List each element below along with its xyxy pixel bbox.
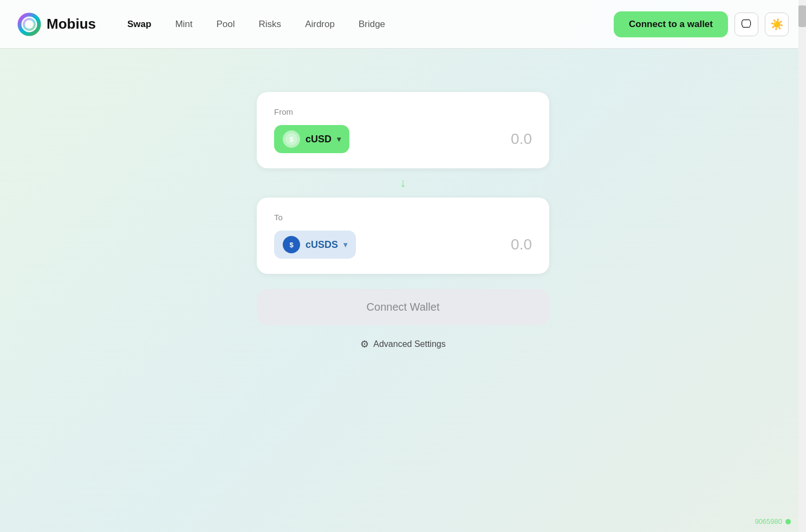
status-dot <box>785 519 791 524</box>
to-token-label: cUSDS <box>306 239 338 251</box>
header: Mobius Swap Mint Pool Risks Airdrop Brid… <box>0 0 806 49</box>
to-token-selector[interactable]: $ cUSDS ▾ <box>274 231 356 259</box>
nav-item-risks[interactable]: Risks <box>249 15 291 34</box>
screen-icon-button[interactable]: 🖵 <box>734 12 758 36</box>
svg-point-1 <box>24 19 35 30</box>
logo-area: Mobius <box>17 12 96 36</box>
cusdc-icon: $ <box>283 236 300 253</box>
to-chevron-icon: ▾ <box>343 240 347 249</box>
from-card: From $ cUSD ▾ 0.0 <box>257 92 549 168</box>
to-card: To $ cUSDS ▾ 0.0 <box>257 198 549 274</box>
advanced-settings[interactable]: ⚙ Advanced Settings <box>257 338 549 350</box>
logo-text: Mobius <box>47 16 96 32</box>
arrow-down-icon: ↓ <box>400 176 406 190</box>
to-amount: 0.0 <box>511 236 532 253</box>
nav-item-pool[interactable]: Pool <box>207 15 245 34</box>
main-nav: Swap Mint Pool Risks Airdrop Bridge <box>118 15 395 34</box>
nav-item-airdrop[interactable]: Airdrop <box>295 15 344 34</box>
nav-item-bridge[interactable]: Bridge <box>349 15 395 34</box>
nav-item-swap[interactable]: Swap <box>118 15 161 34</box>
sun-icon: ☀️ <box>770 18 784 31</box>
scrollbar-track <box>798 0 806 532</box>
scrollbar-thumb[interactable] <box>798 5 806 27</box>
connect-wallet-main-button[interactable]: Connect Wallet <box>257 289 549 325</box>
cusd-icon: $ <box>283 130 300 148</box>
advanced-settings-label: Advanced Settings <box>373 339 445 349</box>
swap-arrow-area: ↓ <box>257 168 549 198</box>
from-row: $ cUSD ▾ 0.0 <box>274 125 532 153</box>
to-label: To <box>274 213 532 222</box>
header-right: Connect to a wallet 🖵 ☀️ <box>614 11 789 37</box>
mobius-logo <box>17 12 41 36</box>
svg-point-0 <box>20 15 39 34</box>
from-amount: 0.0 <box>511 130 532 148</box>
from-token-label: cUSD <box>306 134 332 145</box>
theme-toggle-button[interactable]: ☀️ <box>765 12 789 36</box>
connect-wallet-header-button[interactable]: Connect to a wallet <box>614 11 728 37</box>
block-number: 9065980 <box>755 517 782 526</box>
from-token-selector[interactable]: $ cUSD ▾ <box>274 125 349 153</box>
nav-item-mint[interactable]: Mint <box>165 15 202 34</box>
screen-icon: 🖵 <box>741 18 752 30</box>
svg-text:$: $ <box>289 241 294 249</box>
main-content: From $ cUSD ▾ 0.0 ↓ <box>0 49 806 350</box>
status-bar: 9065980 <box>755 517 791 526</box>
swap-container: From $ cUSD ▾ 0.0 ↓ <box>257 92 549 350</box>
from-chevron-icon: ▾ <box>337 135 341 143</box>
to-row: $ cUSDS ▾ 0.0 <box>274 231 532 259</box>
svg-text:$: $ <box>289 135 294 143</box>
from-label: From <box>274 107 532 116</box>
gear-icon: ⚙ <box>360 338 369 350</box>
